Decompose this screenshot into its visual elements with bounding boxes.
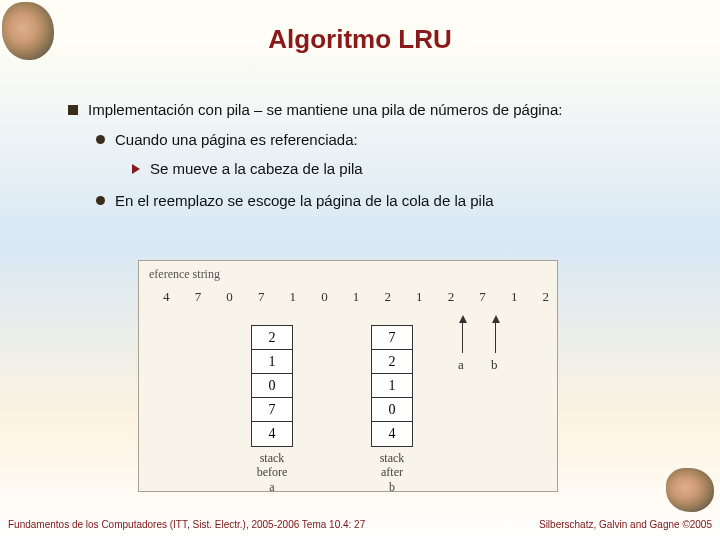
stack-cell: 4 bbox=[252, 422, 292, 446]
stack-cell: 1 bbox=[372, 374, 412, 398]
circle-bullet-icon bbox=[96, 196, 105, 205]
slide-title: Algoritmo LRU bbox=[0, 24, 720, 55]
stack-cell: 7 bbox=[252, 398, 292, 422]
reference-string-label: eference string bbox=[149, 267, 220, 282]
stack-label-b: stack after b bbox=[371, 451, 413, 494]
footer-right: Silberschatz, Galvin and Gagne ©2005 bbox=[539, 519, 712, 530]
stack-before: 2 1 0 7 4 bbox=[251, 325, 293, 447]
ref-digit: 1 bbox=[353, 289, 360, 305]
bullet-text: Implementación con pila – se mantiene un… bbox=[88, 100, 562, 120]
ref-digit: 2 bbox=[448, 289, 455, 305]
footer-left: Fundamentos de los Computadores (ITT, Si… bbox=[8, 519, 365, 530]
bullet-text: En el reemplazo se escoge la página de l… bbox=[115, 191, 494, 211]
ref-digit: 4 bbox=[163, 289, 170, 305]
label-line: b bbox=[389, 480, 395, 494]
dinosaur-logo-bottom bbox=[666, 468, 714, 512]
ref-digit: 2 bbox=[543, 289, 550, 305]
reference-string: 4 7 0 7 1 0 1 2 1 2 7 1 2 bbox=[163, 289, 549, 305]
stack-label-a: stack before a bbox=[251, 451, 293, 494]
stack-cell: 1 bbox=[252, 350, 292, 374]
ref-digit: 2 bbox=[384, 289, 391, 305]
bullet-level2: Cuando una página es referenciada: bbox=[96, 130, 692, 150]
triangle-bullet-icon bbox=[132, 164, 140, 174]
label-line: after bbox=[381, 465, 403, 479]
ref-digit: 1 bbox=[290, 289, 297, 305]
ref-digit: 0 bbox=[321, 289, 328, 305]
ref-digit: 0 bbox=[226, 289, 233, 305]
arrow-up-icon bbox=[492, 315, 500, 323]
arrow-stem bbox=[462, 323, 463, 353]
bullet-text: Se mueve a la cabeza de la pila bbox=[150, 159, 363, 179]
label-line: a bbox=[269, 480, 274, 494]
arrow-label-a: a bbox=[458, 357, 464, 373]
label-line: before bbox=[257, 465, 288, 479]
stack-cell: 2 bbox=[372, 350, 412, 374]
lru-stack-diagram: eference string 4 7 0 7 1 0 1 2 1 2 7 1 … bbox=[138, 260, 558, 492]
stack-cell: 2 bbox=[252, 326, 292, 350]
arrow-label-b: b bbox=[491, 357, 498, 373]
stack-cell: 0 bbox=[252, 374, 292, 398]
ref-digit: 1 bbox=[511, 289, 518, 305]
stack-cell: 7 bbox=[372, 326, 412, 350]
arrow-up-icon bbox=[459, 315, 467, 323]
ref-digit: 7 bbox=[479, 289, 486, 305]
ref-digit: 7 bbox=[258, 289, 265, 305]
ref-digit: 1 bbox=[416, 289, 423, 305]
bullet-level2: En el reemplazo se escoge la página de l… bbox=[96, 191, 692, 211]
label-line: stack bbox=[260, 451, 285, 465]
arrow-stem bbox=[495, 323, 496, 353]
stack-after: 7 2 1 0 4 bbox=[371, 325, 413, 447]
square-bullet-icon bbox=[68, 105, 78, 115]
label-line: stack bbox=[380, 451, 405, 465]
bullet-level1: Implementación con pila – se mantiene un… bbox=[68, 100, 692, 120]
circle-bullet-icon bbox=[96, 135, 105, 144]
stack-cell: 0 bbox=[372, 398, 412, 422]
content-area: Implementación con pila – se mantiene un… bbox=[68, 100, 692, 217]
bullet-level3: Se mueve a la cabeza de la pila bbox=[132, 159, 692, 179]
bullet-text: Cuando una página es referenciada: bbox=[115, 130, 358, 150]
ref-digit: 7 bbox=[195, 289, 202, 305]
stack-cell: 4 bbox=[372, 422, 412, 446]
